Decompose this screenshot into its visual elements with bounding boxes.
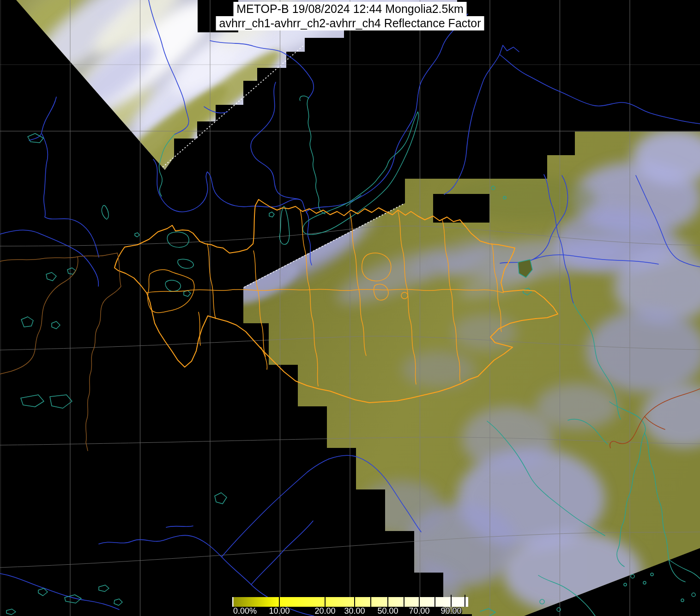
title-line2: avhrr_ch1-avhrr_ch2-avhrr_ch4 Reflectanc… [216, 16, 484, 30]
colorbar-label: 70.00 [409, 607, 429, 615]
colorbar-label: 0.00% [233, 607, 257, 615]
map-title: METOP-B 19/08/2024 12:44 Mongolia2.5km a… [216, 2, 484, 30]
colorbar-label: 50.00 [377, 607, 398, 615]
colorbar-label: 10.00 [269, 607, 290, 615]
colorbar-gradient [232, 597, 468, 607]
colorbar-labels: 0.00%10.0020.0030.0050.0070.0090.00 [232, 607, 468, 616]
colorbar-scale [232, 594, 468, 607]
satellite-map-image [0, 0, 700, 616]
colorbar-label: 20.00 [314, 607, 335, 615]
colorbar-label: 30.00 [344, 607, 365, 615]
title-line1: METOP-B 19/08/2024 12:44 Mongolia2.5km [233, 2, 467, 16]
colorbar: 0.00%10.0020.0030.0050.0070.0090.00 [232, 594, 468, 616]
colorbar-label: 90.00 [441, 607, 461, 615]
satellite-image-viewport [0, 0, 700, 616]
